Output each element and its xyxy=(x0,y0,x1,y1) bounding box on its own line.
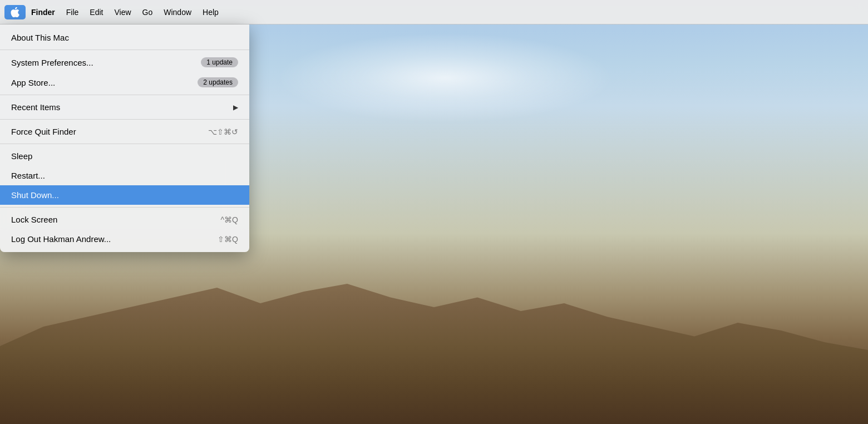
separator-5 xyxy=(0,207,249,208)
menu-item-about[interactable]: About This Mac xyxy=(0,28,249,47)
recent-items-label: Recent Items xyxy=(11,102,60,112)
submenu-arrow-icon: ▶ xyxy=(233,103,238,111)
menubar: Finder File Edit View Go Window Help xyxy=(0,0,868,24)
menu-item-force-quit[interactable]: Force Quit Finder ⌥⇧⌘↺ xyxy=(0,122,249,141)
force-quit-label: Force Quit Finder xyxy=(11,127,76,136)
system-prefs-badge: 1 update xyxy=(201,57,238,67)
lock-screen-label: Lock Screen xyxy=(11,215,57,224)
menu-item-system-prefs[interactable]: System Preferences... 1 update xyxy=(0,52,249,72)
menu-item-logout[interactable]: Log Out Hakman Andrew... ⇧⌘Q xyxy=(0,229,249,249)
about-label: About This Mac xyxy=(11,33,69,42)
menu-item-shutdown[interactable]: Shut Down... xyxy=(0,185,249,205)
menubar-help[interactable]: Help xyxy=(197,6,224,19)
app-store-label: App Store... xyxy=(11,78,55,87)
menubar-go[interactable]: Go xyxy=(137,6,159,19)
separator-1 xyxy=(0,50,249,50)
menu-item-recent-items[interactable]: Recent Items ▶ xyxy=(0,97,249,117)
shutdown-label: Shut Down... xyxy=(11,190,59,200)
menu-item-app-store[interactable]: App Store... 2 updates xyxy=(0,72,249,92)
menu-item-sleep[interactable]: Sleep xyxy=(0,146,249,166)
logout-label: Log Out Hakman Andrew... xyxy=(11,234,111,244)
restart-label: Restart... xyxy=(11,171,45,180)
sleep-label: Sleep xyxy=(11,151,32,161)
menubar-edit[interactable]: Edit xyxy=(84,6,108,19)
separator-4 xyxy=(0,144,249,144)
separator-2 xyxy=(0,95,249,95)
lock-screen-shortcut: ^⌘Q xyxy=(221,215,238,224)
menu-item-restart[interactable]: Restart... xyxy=(0,166,249,185)
menubar-file[interactable]: File xyxy=(61,6,85,19)
system-prefs-label: System Preferences... xyxy=(11,58,93,67)
menu-item-lock-screen[interactable]: Lock Screen ^⌘Q xyxy=(0,210,249,229)
apple-dropdown-menu: About This Mac System Preferences... 1 u… xyxy=(0,24,249,252)
apple-menu-button[interactable] xyxy=(4,5,26,19)
apple-icon xyxy=(10,7,20,17)
logout-shortcut: ⇧⌘Q xyxy=(218,235,238,244)
menubar-view[interactable]: View xyxy=(108,6,136,19)
separator-3 xyxy=(0,119,249,120)
force-quit-shortcut: ⌥⇧⌘↺ xyxy=(208,127,238,136)
menubar-window[interactable]: Window xyxy=(158,6,197,19)
app-store-badge: 2 updates xyxy=(198,77,238,87)
menubar-finder[interactable]: Finder xyxy=(26,6,61,19)
